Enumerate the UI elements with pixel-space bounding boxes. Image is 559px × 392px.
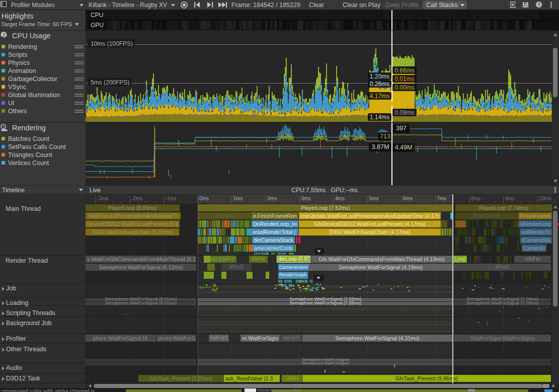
- svg-text:2ms: 2ms: [267, 196, 277, 201]
- svg-text:8ms: 8ms: [471, 196, 481, 201]
- svg-text:9ms: 9ms: [505, 196, 515, 201]
- svg-text:1ms: 1ms: [233, 196, 243, 201]
- svg-text:5ms: 5ms: [369, 196, 379, 201]
- svg-text:7ms: 7ms: [437, 196, 447, 201]
- svg-text:3ms: 3ms: [301, 196, 311, 201]
- svg-text:-2ms: -2ms: [131, 196, 142, 201]
- svg-text:6ms: 6ms: [403, 196, 413, 201]
- svg-text:4ms: 4ms: [335, 196, 345, 201]
- svg-text:-1ms: -1ms: [166, 196, 177, 201]
- svg-text:10ms: 10ms: [539, 196, 551, 201]
- svg-text:-3ms: -3ms: [98, 196, 109, 201]
- svg-text:0ms: 0ms: [199, 196, 209, 201]
